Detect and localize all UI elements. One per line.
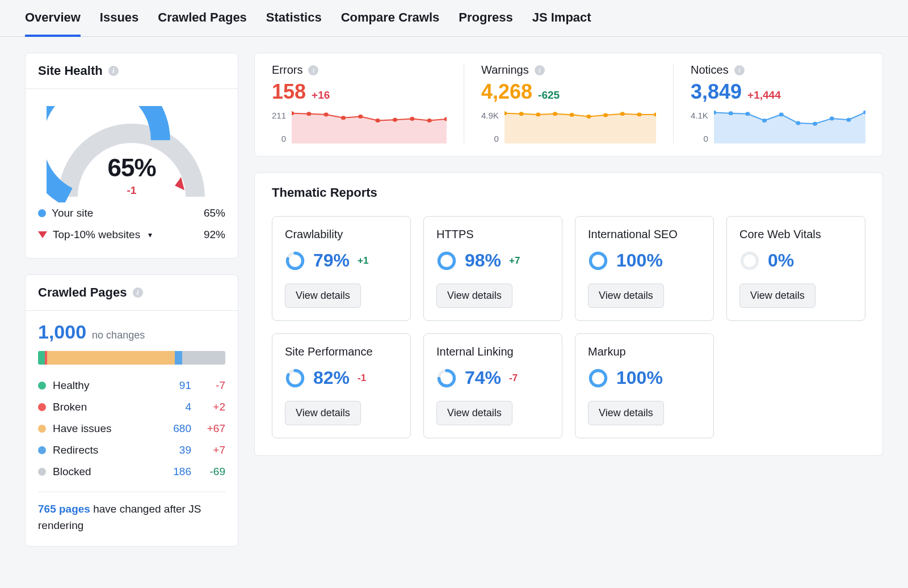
dot-icon bbox=[38, 403, 46, 411]
warnings-delta: -625 bbox=[538, 89, 560, 101]
dot-icon bbox=[38, 209, 46, 217]
notices-count: 3,849 bbox=[691, 80, 742, 104]
notices-delta: +1,444 bbox=[747, 89, 781, 101]
view-details-button[interactable]: View details bbox=[285, 401, 361, 425]
view-details-button[interactable]: View details bbox=[588, 284, 664, 308]
svg-point-19 bbox=[637, 112, 641, 116]
view-details-button[interactable]: View details bbox=[588, 401, 664, 425]
info-icon[interactable] bbox=[133, 287, 143, 298]
thematic-card-site_performance: Site Performance 82% -1 View details bbox=[272, 333, 411, 438]
donut-icon bbox=[588, 251, 608, 271]
info-icon[interactable] bbox=[108, 66, 119, 76]
tab-bar: OverviewIssuesCrawled PagesStatisticsCom… bbox=[0, 0, 908, 37]
bar-segment-redirects[interactable] bbox=[175, 351, 182, 365]
thematic-card-cwv: Core Web Vitals 0% View details bbox=[726, 216, 865, 321]
thematic-card-https: HTTPS 98% +7 View details bbox=[423, 216, 562, 321]
tab-js-impact[interactable]: JS Impact bbox=[532, 0, 591, 36]
site-health-title: Site Health bbox=[38, 64, 103, 78]
tab-overview[interactable]: Overview bbox=[25, 0, 81, 36]
svg-point-9 bbox=[427, 119, 432, 122]
notices-summary[interactable]: Notices 3,849 +1,444 4.1K 0 bbox=[674, 64, 882, 143]
crawled-pages-title: Crawled Pages bbox=[38, 285, 127, 300]
svg-point-36 bbox=[591, 253, 606, 268]
crawled-row-have_issues[interactable]: Have issues 680 +67 bbox=[38, 418, 225, 439]
donut-icon bbox=[436, 251, 457, 271]
bar-segment-healthy[interactable] bbox=[38, 351, 45, 365]
svg-point-4 bbox=[341, 116, 346, 120]
tab-issues[interactable]: Issues bbox=[100, 0, 139, 36]
thematic-pct: 0% bbox=[768, 250, 794, 271]
bar-segment-have_issues[interactable] bbox=[47, 351, 174, 365]
svg-point-18 bbox=[620, 112, 625, 116]
dot-icon bbox=[38, 446, 46, 454]
tab-progress[interactable]: Progress bbox=[459, 0, 512, 36]
thematic-pct: 100% bbox=[616, 367, 663, 388]
warnings-summary[interactable]: Warnings 4,268 -625 4.9K 0 bbox=[464, 64, 674, 143]
errors-summary[interactable]: Errors 158 +16 211 0 bbox=[255, 64, 464, 143]
svg-point-24 bbox=[762, 119, 767, 122]
svg-point-13 bbox=[536, 112, 540, 116]
thematic-card-internal_linking: Internal Linking 74% -7 View details bbox=[423, 333, 562, 438]
thematic-delta: +1 bbox=[358, 255, 368, 266]
view-details-button[interactable]: View details bbox=[285, 284, 361, 308]
crawled-row-blocked[interactable]: Blocked 186 -69 bbox=[38, 461, 225, 483]
thematic-delta: -7 bbox=[509, 373, 518, 384]
info-icon[interactable] bbox=[535, 65, 545, 75]
thematic-card-crawlability: Crawlability 79% +1 View details bbox=[272, 216, 411, 321]
crawled-pages-total[interactable]: 1,000 bbox=[38, 321, 86, 343]
crawled-pages-card: Crawled Pages 1,000 no changes Healthy 9… bbox=[25, 274, 238, 547]
svg-point-17 bbox=[603, 113, 608, 117]
svg-point-26 bbox=[796, 121, 800, 125]
svg-point-37 bbox=[742, 253, 758, 268]
info-icon[interactable] bbox=[734, 65, 745, 75]
svg-point-8 bbox=[410, 117, 414, 121]
crawled-row-redirects[interactable]: Redirects 39 +7 bbox=[38, 439, 225, 461]
svg-point-27 bbox=[813, 122, 817, 126]
js-rendering-note: 765 pages have changed after JS renderin… bbox=[38, 501, 225, 534]
thematic-delta: -1 bbox=[358, 373, 366, 384]
tab-crawled-pages[interactable]: Crawled Pages bbox=[158, 0, 247, 36]
svg-point-14 bbox=[553, 112, 557, 116]
view-details-button[interactable]: View details bbox=[739, 284, 815, 308]
crawled-pages-bar bbox=[38, 351, 225, 365]
view-details-button[interactable]: View details bbox=[436, 284, 512, 308]
svg-point-16 bbox=[586, 115, 591, 119]
js-rendering-link[interactable]: 765 pages bbox=[38, 503, 90, 515]
dot-icon bbox=[38, 382, 46, 390]
dot-icon bbox=[38, 468, 46, 476]
crawled-row-healthy[interactable]: Healthy 91 -7 bbox=[38, 375, 225, 396]
svg-point-29 bbox=[846, 118, 851, 122]
svg-point-23 bbox=[745, 112, 750, 116]
notices-sparkline bbox=[714, 111, 865, 143]
svg-point-22 bbox=[728, 111, 733, 115]
tab-statistics[interactable]: Statistics bbox=[266, 0, 322, 36]
svg-point-3 bbox=[324, 112, 329, 116]
crawled-pages-total-label: no changes bbox=[92, 329, 145, 341]
bar-segment-blocked[interactable] bbox=[182, 351, 225, 365]
chevron-down-icon: ▾ bbox=[148, 230, 152, 239]
tab-compare-crawls[interactable]: Compare Crawls bbox=[341, 0, 440, 36]
errors-count: 158 bbox=[272, 80, 306, 104]
svg-point-6 bbox=[376, 119, 380, 122]
svg-point-34 bbox=[439, 253, 455, 268]
site-health-percent: 65% bbox=[38, 154, 225, 182]
triangle-icon bbox=[38, 231, 47, 238]
thematic-delta: +7 bbox=[509, 255, 520, 266]
errors-delta: +16 bbox=[312, 89, 330, 101]
thematic-card-international_seo: International SEO 100% View details bbox=[575, 216, 714, 321]
svg-point-12 bbox=[519, 112, 523, 116]
donut-icon bbox=[285, 368, 305, 388]
thematic-pct: 100% bbox=[616, 250, 663, 271]
info-icon[interactable] bbox=[308, 65, 318, 75]
dot-icon bbox=[38, 425, 46, 433]
warnings-count: 4,268 bbox=[481, 80, 532, 104]
warnings-sparkline bbox=[505, 111, 656, 143]
crawled-row-broken[interactable]: Broken 4 +2 bbox=[38, 396, 225, 418]
donut-icon bbox=[739, 251, 760, 271]
view-details-button[interactable]: View details bbox=[436, 401, 512, 425]
donut-icon bbox=[285, 251, 305, 271]
legend-top10[interactable]: Top-10% websites ▾ 92% bbox=[38, 224, 225, 246]
thematic-title: Thematic Reports bbox=[255, 173, 882, 204]
thematic-card-markup: Markup 100% View details bbox=[575, 333, 714, 438]
thematic-pct: 82% bbox=[313, 367, 350, 388]
